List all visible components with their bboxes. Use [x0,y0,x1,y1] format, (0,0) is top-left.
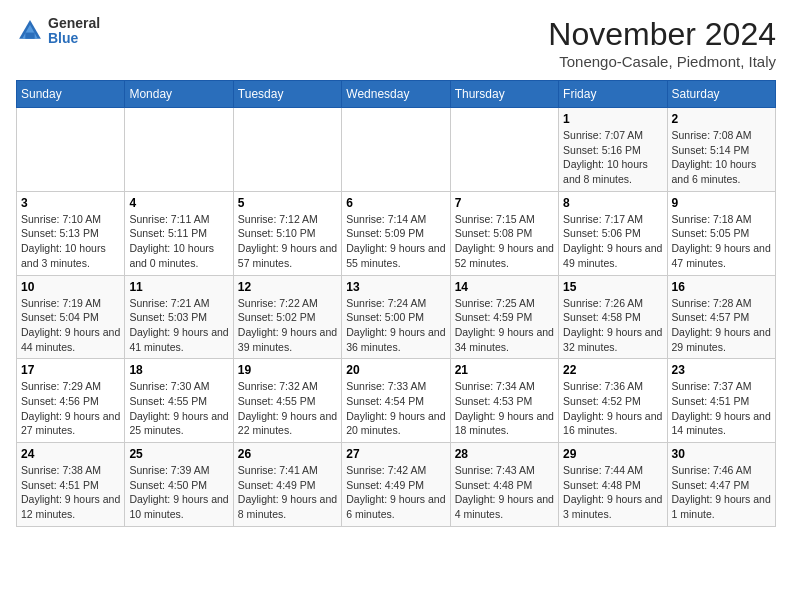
day-info: Sunrise: 7:36 AMSunset: 4:52 PMDaylight:… [563,379,662,438]
calendar-cell: 25Sunrise: 7:39 AMSunset: 4:50 PMDayligh… [125,443,233,527]
day-info: Sunrise: 7:10 AMSunset: 5:13 PMDaylight:… [21,212,120,271]
month-title: November 2024 [548,16,776,53]
logo: General Blue [16,16,100,47]
day-number: 27 [346,447,445,461]
col-header-sunday: Sunday [17,81,125,108]
day-info: Sunrise: 7:26 AMSunset: 4:58 PMDaylight:… [563,296,662,355]
calendar-cell: 26Sunrise: 7:41 AMSunset: 4:49 PMDayligh… [233,443,341,527]
calendar-cell [17,108,125,192]
day-info: Sunrise: 7:43 AMSunset: 4:48 PMDaylight:… [455,463,554,522]
day-info: Sunrise: 7:19 AMSunset: 5:04 PMDaylight:… [21,296,120,355]
day-number: 16 [672,280,771,294]
day-number: 21 [455,363,554,377]
day-info: Sunrise: 7:24 AMSunset: 5:00 PMDaylight:… [346,296,445,355]
col-header-monday: Monday [125,81,233,108]
page-header: General Blue November 2024 Tonengo-Casal… [16,16,776,70]
day-number: 4 [129,196,228,210]
calendar-cell: 10Sunrise: 7:19 AMSunset: 5:04 PMDayligh… [17,275,125,359]
col-header-thursday: Thursday [450,81,558,108]
calendar-cell: 20Sunrise: 7:33 AMSunset: 4:54 PMDayligh… [342,359,450,443]
day-info: Sunrise: 7:14 AMSunset: 5:09 PMDaylight:… [346,212,445,271]
day-info: Sunrise: 7:21 AMSunset: 5:03 PMDaylight:… [129,296,228,355]
day-number: 7 [455,196,554,210]
calendar-cell: 1Sunrise: 7:07 AMSunset: 5:16 PMDaylight… [559,108,667,192]
calendar-table: SundayMondayTuesdayWednesdayThursdayFrid… [16,80,776,527]
day-number: 9 [672,196,771,210]
day-info: Sunrise: 7:37 AMSunset: 4:51 PMDaylight:… [672,379,771,438]
day-info: Sunrise: 7:38 AMSunset: 4:51 PMDaylight:… [21,463,120,522]
calendar-cell: 30Sunrise: 7:46 AMSunset: 4:47 PMDayligh… [667,443,775,527]
day-number: 6 [346,196,445,210]
calendar-cell: 13Sunrise: 7:24 AMSunset: 5:00 PMDayligh… [342,275,450,359]
calendar-cell [125,108,233,192]
day-info: Sunrise: 7:32 AMSunset: 4:55 PMDaylight:… [238,379,337,438]
day-info: Sunrise: 7:11 AMSunset: 5:11 PMDaylight:… [129,212,228,271]
calendar-cell: 4Sunrise: 7:11 AMSunset: 5:11 PMDaylight… [125,191,233,275]
day-info: Sunrise: 7:28 AMSunset: 4:57 PMDaylight:… [672,296,771,355]
day-info: Sunrise: 7:29 AMSunset: 4:56 PMDaylight:… [21,379,120,438]
day-number: 29 [563,447,662,461]
day-info: Sunrise: 7:39 AMSunset: 4:50 PMDaylight:… [129,463,228,522]
col-header-wednesday: Wednesday [342,81,450,108]
day-info: Sunrise: 7:46 AMSunset: 4:47 PMDaylight:… [672,463,771,522]
day-info: Sunrise: 7:34 AMSunset: 4:53 PMDaylight:… [455,379,554,438]
calendar-cell: 12Sunrise: 7:22 AMSunset: 5:02 PMDayligh… [233,275,341,359]
calendar-cell: 18Sunrise: 7:30 AMSunset: 4:55 PMDayligh… [125,359,233,443]
day-number: 17 [21,363,120,377]
col-header-tuesday: Tuesday [233,81,341,108]
day-number: 1 [563,112,662,126]
day-number: 30 [672,447,771,461]
logo-text: General Blue [48,16,100,47]
location: Tonengo-Casale, Piedmont, Italy [548,53,776,70]
calendar-cell: 5Sunrise: 7:12 AMSunset: 5:10 PMDaylight… [233,191,341,275]
day-info: Sunrise: 7:12 AMSunset: 5:10 PMDaylight:… [238,212,337,271]
day-number: 14 [455,280,554,294]
day-info: Sunrise: 7:15 AMSunset: 5:08 PMDaylight:… [455,212,554,271]
day-number: 22 [563,363,662,377]
calendar-cell [450,108,558,192]
day-number: 19 [238,363,337,377]
day-info: Sunrise: 7:25 AMSunset: 4:59 PMDaylight:… [455,296,554,355]
calendar-cell: 9Sunrise: 7:18 AMSunset: 5:05 PMDaylight… [667,191,775,275]
svg-rect-2 [25,33,34,39]
calendar-cell [342,108,450,192]
calendar-cell: 19Sunrise: 7:32 AMSunset: 4:55 PMDayligh… [233,359,341,443]
calendar-cell: 28Sunrise: 7:43 AMSunset: 4:48 PMDayligh… [450,443,558,527]
day-number: 12 [238,280,337,294]
calendar-cell: 16Sunrise: 7:28 AMSunset: 4:57 PMDayligh… [667,275,775,359]
day-number: 23 [672,363,771,377]
calendar-cell: 24Sunrise: 7:38 AMSunset: 4:51 PMDayligh… [17,443,125,527]
col-header-saturday: Saturday [667,81,775,108]
day-number: 18 [129,363,228,377]
day-number: 11 [129,280,228,294]
calendar-cell: 23Sunrise: 7:37 AMSunset: 4:51 PMDayligh… [667,359,775,443]
day-number: 28 [455,447,554,461]
day-number: 13 [346,280,445,294]
calendar-cell [233,108,341,192]
logo-icon [16,17,44,45]
day-info: Sunrise: 7:44 AMSunset: 4:48 PMDaylight:… [563,463,662,522]
day-info: Sunrise: 7:42 AMSunset: 4:49 PMDaylight:… [346,463,445,522]
calendar-cell: 21Sunrise: 7:34 AMSunset: 4:53 PMDayligh… [450,359,558,443]
day-number: 10 [21,280,120,294]
day-info: Sunrise: 7:30 AMSunset: 4:55 PMDaylight:… [129,379,228,438]
day-info: Sunrise: 7:17 AMSunset: 5:06 PMDaylight:… [563,212,662,271]
calendar-cell: 15Sunrise: 7:26 AMSunset: 4:58 PMDayligh… [559,275,667,359]
day-number: 25 [129,447,228,461]
day-info: Sunrise: 7:07 AMSunset: 5:16 PMDaylight:… [563,128,662,187]
calendar-cell: 6Sunrise: 7:14 AMSunset: 5:09 PMDaylight… [342,191,450,275]
day-number: 3 [21,196,120,210]
day-info: Sunrise: 7:33 AMSunset: 4:54 PMDaylight:… [346,379,445,438]
day-info: Sunrise: 7:22 AMSunset: 5:02 PMDaylight:… [238,296,337,355]
calendar-cell: 2Sunrise: 7:08 AMSunset: 5:14 PMDaylight… [667,108,775,192]
day-number: 8 [563,196,662,210]
col-header-friday: Friday [559,81,667,108]
day-number: 24 [21,447,120,461]
calendar-cell: 8Sunrise: 7:17 AMSunset: 5:06 PMDaylight… [559,191,667,275]
calendar-cell: 22Sunrise: 7:36 AMSunset: 4:52 PMDayligh… [559,359,667,443]
day-info: Sunrise: 7:08 AMSunset: 5:14 PMDaylight:… [672,128,771,187]
title-block: November 2024 Tonengo-Casale, Piedmont, … [548,16,776,70]
calendar-cell: 29Sunrise: 7:44 AMSunset: 4:48 PMDayligh… [559,443,667,527]
day-number: 2 [672,112,771,126]
day-info: Sunrise: 7:41 AMSunset: 4:49 PMDaylight:… [238,463,337,522]
